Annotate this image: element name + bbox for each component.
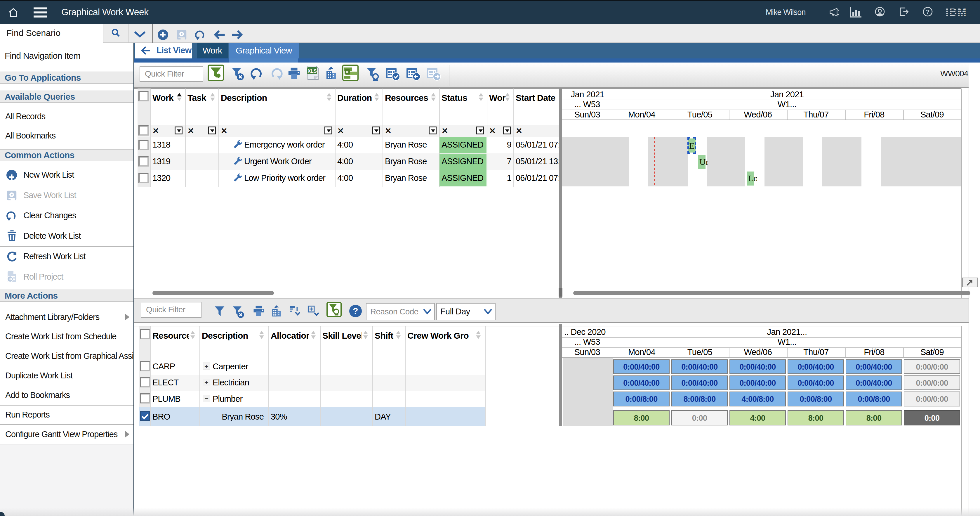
svg-text:?: ? (926, 8, 929, 15)
svg-text:IBM: IBM (945, 7, 967, 17)
svg-text:XLS: XLS (307, 68, 317, 73)
